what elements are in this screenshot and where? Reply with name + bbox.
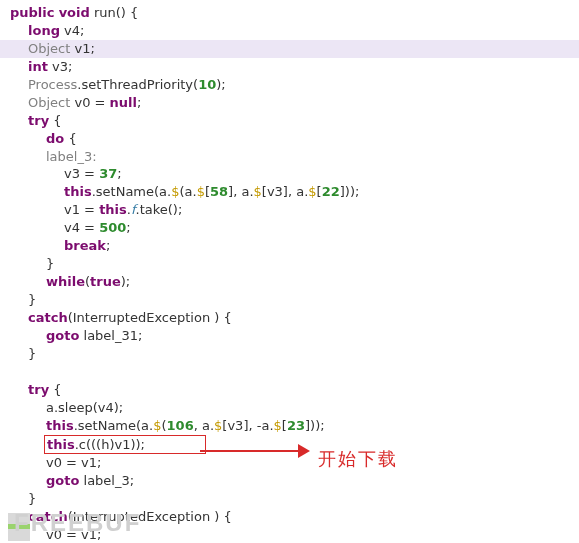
code-line: v4 = 500; bbox=[0, 219, 579, 237]
code-block: public void run() { long v4; Object v1; … bbox=[0, 4, 579, 543]
code-line: break; bbox=[0, 237, 579, 255]
annotation-label: 开始下载 bbox=[318, 447, 398, 472]
code-line: v3 = 37; bbox=[0, 165, 579, 183]
code-line: try { bbox=[0, 381, 579, 399]
code-line: int v3; bbox=[0, 58, 579, 76]
code-line: catch(InterruptedException ) { bbox=[0, 309, 579, 327]
code-line bbox=[0, 363, 579, 381]
code-line: this.setName(a.$(a.$[58], a.$[v3], a.$[2… bbox=[0, 183, 579, 201]
watermark-text: FREEBUF bbox=[14, 506, 141, 539]
code-line: Object v0 = null; bbox=[0, 94, 579, 112]
code-line: try { bbox=[0, 112, 579, 130]
code-line: public void run() { bbox=[0, 4, 579, 22]
code-line: goto label_31; bbox=[0, 327, 579, 345]
code-line: this.setName(a.$(106, a.$[v3], -a.$[23])… bbox=[0, 417, 579, 435]
code-line: v1 = this.f.take(); bbox=[0, 201, 579, 219]
code-line: Process.setThreadPriority(10); bbox=[0, 76, 579, 94]
code-line: label_3: bbox=[0, 148, 579, 166]
code-line: } bbox=[0, 255, 579, 273]
code-line-highlighted: Object v1; bbox=[0, 40, 579, 58]
code-line: do { bbox=[0, 130, 579, 148]
code-line: } bbox=[0, 291, 579, 309]
code-line-boxed: this.c(((h)v1)); bbox=[0, 435, 579, 455]
code-line: goto label_3; bbox=[0, 472, 579, 490]
code-line: } bbox=[0, 345, 579, 363]
code-line: a.sleep(v4); bbox=[0, 399, 579, 417]
code-line: v0 = v1; bbox=[0, 454, 579, 472]
code-line: long v4; bbox=[0, 22, 579, 40]
code-line: while(true); bbox=[0, 273, 579, 291]
